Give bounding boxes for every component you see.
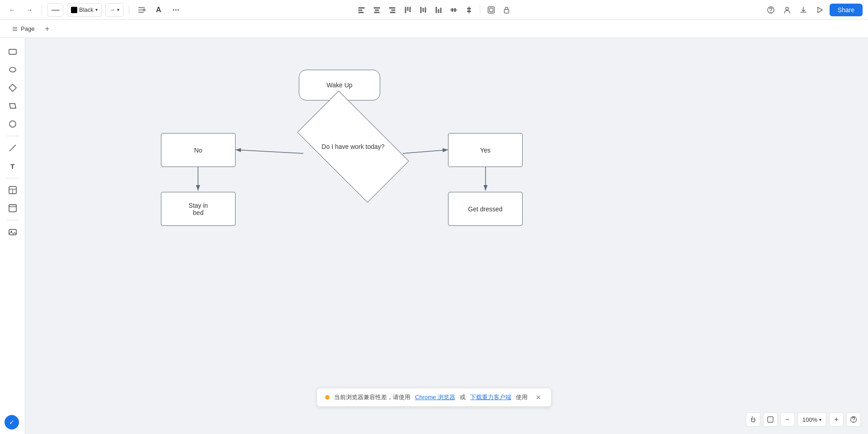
svg-rect-7 — [359, 7, 365, 9]
decision-node[interactable]: Do I have work today? — [303, 117, 403, 176]
svg-rect-16 — [405, 7, 406, 13]
svg-point-53 — [10, 231, 12, 232]
align-right-button[interactable] — [386, 4, 399, 16]
svg-rect-22 — [436, 7, 437, 13]
align-center-button[interactable] — [371, 4, 383, 16]
svg-rect-20 — [423, 8, 424, 12]
zoom-in-button[interactable]: + — [829, 412, 844, 427]
svg-rect-31 — [488, 7, 495, 13]
notice-dot-icon — [325, 395, 330, 400]
line-style-preview: — — [52, 5, 59, 14]
get-dressed-label: Get dressed — [468, 205, 502, 213]
color-chevron: ▾ — [95, 7, 98, 12]
align-top-button[interactable] — [401, 4, 414, 16]
container-tool[interactable] — [5, 200, 21, 216]
rectangle-tool[interactable] — [5, 43, 21, 60]
stay-in-bed-label: Stay inbed — [189, 202, 208, 216]
browser-notice: 当前浏览器兼容性差，请使用 Chrome 浏览器 或 下载重力客户端 使用 ✕ — [316, 388, 552, 407]
pages-menu-button[interactable]: Page — [7, 24, 39, 34]
svg-rect-14 — [392, 10, 396, 11]
sidebar-divider-1 — [6, 136, 19, 136]
svg-rect-18 — [410, 7, 411, 12]
sidebar-divider-2 — [6, 178, 19, 178]
svg-rect-21 — [425, 7, 426, 13]
hand-tool-button[interactable] — [746, 412, 760, 427]
main-area: T — [0, 38, 868, 434]
svg-rect-12 — [374, 12, 380, 13]
align-left-button[interactable] — [355, 4, 368, 16]
svg-rect-8 — [359, 10, 363, 11]
svg-rect-10 — [374, 7, 380, 9]
main-toolbar: ← → — Black ▾ → ▾ A — [0, 0, 868, 20]
forward-button[interactable]: → — [23, 3, 36, 17]
diamond-tool[interactable] — [5, 80, 21, 96]
text-format-button[interactable]: A — [152, 3, 165, 17]
back-button[interactable]: ← — [5, 3, 19, 17]
lock-button[interactable] — [500, 4, 513, 16]
svg-rect-41 — [9, 49, 16, 54]
line-style-selector[interactable]: — — [47, 3, 63, 17]
svg-rect-27 — [454, 8, 456, 12]
divider-1 — [42, 5, 42, 15]
add-page-button[interactable]: + — [42, 24, 52, 34]
line-tool[interactable] — [5, 140, 21, 156]
notice-text: 当前浏览器兼容性差，请使用 — [334, 393, 410, 401]
yes-node[interactable]: Yes — [448, 133, 523, 167]
play-button[interactable] — [813, 4, 826, 16]
stay-in-bed-node[interactable]: Stay inbed — [161, 192, 236, 226]
decision-shape — [297, 91, 409, 202]
help-button[interactable] — [846, 412, 861, 427]
zoom-level-display[interactable]: 100% ▾ — [797, 412, 826, 427]
help-icon-button[interactable] — [764, 4, 777, 16]
svg-rect-51 — [9, 205, 16, 207]
table-tool[interactable] — [5, 182, 21, 198]
svg-line-46 — [9, 145, 16, 151]
color-selector[interactable]: Black ▾ — [67, 3, 102, 17]
user-button[interactable] — [781, 4, 793, 16]
get-dressed-node[interactable]: Get dressed — [448, 192, 523, 226]
status-check[interactable]: ✓ — [5, 415, 19, 429]
format-button[interactable] — [135, 3, 148, 17]
svg-point-35 — [770, 12, 771, 13]
svg-rect-60 — [768, 417, 773, 422]
circle-cross-tool[interactable] — [5, 116, 21, 132]
align-middle-button[interactable] — [417, 4, 429, 16]
svg-rect-11 — [375, 10, 379, 11]
notice-middle: 或 — [460, 393, 466, 401]
distribute-h-button[interactable] — [448, 4, 460, 16]
container-button[interactable] — [485, 4, 498, 16]
diagram-canvas[interactable]: Wake Up Do I have work today? No Yes Sta… — [25, 38, 868, 434]
svg-point-3 — [143, 9, 145, 11]
arrow-chevron: ▾ — [117, 7, 119, 12]
svg-rect-33 — [505, 10, 509, 13]
text-tool[interactable]: T — [5, 158, 21, 174]
svg-line-57 — [403, 150, 448, 153]
zoom-percentage: 100% — [802, 416, 817, 423]
divider-2 — [129, 5, 129, 15]
yes-label: Yes — [480, 147, 491, 154]
svg-marker-43 — [9, 84, 16, 91]
extras-button[interactable] — [169, 3, 183, 17]
download-button[interactable] — [797, 4, 810, 16]
notice-link-chrome[interactable]: Chrome 浏览器 — [415, 393, 455, 401]
no-node[interactable]: No — [161, 133, 236, 167]
svg-line-56 — [236, 150, 303, 153]
image-tool[interactable] — [5, 224, 21, 240]
arrow-preview: → — [109, 6, 115, 13]
align-bottom-button[interactable] — [432, 4, 445, 16]
share-button[interactable]: Share — [830, 4, 863, 16]
svg-marker-37 — [818, 7, 822, 13]
fit-frame-button[interactable] — [763, 412, 778, 427]
svg-rect-13 — [389, 7, 396, 9]
svg-rect-19 — [420, 7, 422, 13]
svg-rect-15 — [390, 12, 396, 13]
arrow-style-selector[interactable]: → ▾ — [105, 3, 123, 17]
ellipse-tool[interactable] — [5, 62, 21, 78]
notice-link-client[interactable]: 下载重力客户端 — [470, 393, 511, 401]
distribute-v-button[interactable] — [463, 4, 476, 16]
parallelogram-tool[interactable] — [5, 98, 21, 114]
zoom-controls: − 100% ▾ + — [746, 412, 861, 427]
notice-close-button[interactable]: ✕ — [534, 393, 543, 402]
svg-point-4 — [173, 9, 174, 10]
zoom-out-button[interactable]: − — [780, 412, 795, 427]
